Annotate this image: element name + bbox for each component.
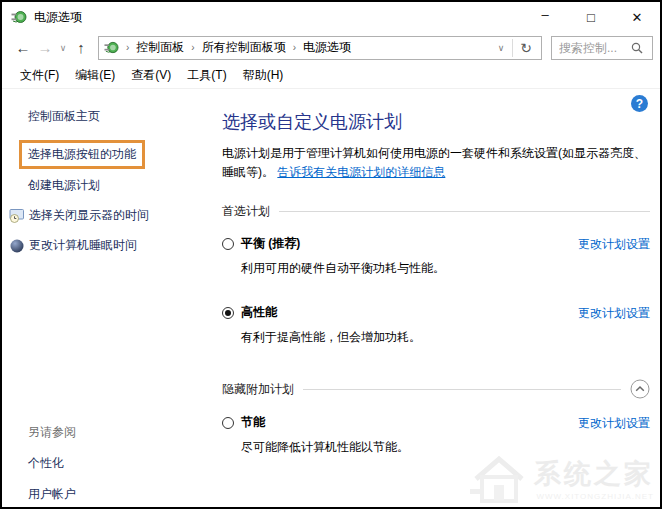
sidebar-item-choose-display-off-time[interactable]: 选择关闭显示器的时间 — [9, 207, 216, 224]
page-description: 电源计划是用于管理计算机如何使用电源的一套硬件和系统设置(如显示器亮度、睡眠等)… — [222, 144, 656, 182]
sidebar-item-change-sleep-time[interactable]: 更改计算机睡眠时间 — [9, 237, 216, 254]
maximize-button[interactable]: □ — [568, 2, 614, 32]
plan-description: 尽可能降低计算机性能以节能。 — [241, 439, 578, 456]
change-plan-settings-link[interactable]: 更改计划设置 — [578, 415, 650, 432]
address-bar[interactable]: › 控制面板 › 所有控制面板项 › 电源选项 ∨ ↻ — [98, 36, 542, 60]
section-title: 首选计划 — [222, 203, 270, 220]
breadcrumb-control-panel[interactable]: 控制面板 — [136, 39, 184, 56]
refresh-icon[interactable]: ↻ — [513, 40, 539, 56]
sidebar-item-label: 选择关闭显示器的时间 — [29, 207, 149, 224]
page-title: 选择或自定义电源计划 — [222, 110, 650, 134]
section-preferred-plans: 首选计划 — [222, 203, 650, 220]
sidebar: 控制面板主页 选择电源按钮的功能 创建电源计划 选择关闭显示器的时间 — [4, 91, 216, 505]
sidebar-item-label: 更改计算机睡眠时间 — [29, 237, 137, 254]
sidebar-item-create-power-plan[interactable]: 创建电源计划 — [28, 177, 216, 194]
content-area: 控制面板主页 选择电源按钮的功能 创建电源计划 选择关闭显示器的时间 — [4, 91, 658, 505]
breadcrumb-separator: › — [286, 42, 303, 53]
back-icon[interactable]: ← — [12, 39, 34, 56]
radio-balanced[interactable] — [222, 238, 234, 250]
help-icon[interactable]: ? — [631, 95, 648, 112]
plan-description: 利用可用的硬件自动平衡功耗与性能。 — [241, 260, 578, 277]
house-logo-icon — [468, 449, 530, 505]
plan-row-power-saver: 节能 尽可能降低计算机性能以节能。 更改计划设置 — [222, 414, 650, 456]
divider — [303, 389, 621, 390]
forward-icon[interactable]: → — [34, 39, 56, 56]
search-icon[interactable] — [630, 41, 644, 55]
menu-view[interactable]: 查看(V) — [123, 63, 179, 88]
menu-file[interactable]: 文件(F) — [12, 63, 67, 88]
sleep-moon-icon — [9, 238, 25, 254]
title-bar: 电源选项 – □ ✕ — [2, 2, 660, 32]
breadcrumb-separator: › — [184, 42, 201, 53]
power-plug-icon — [104, 40, 119, 55]
power-plan-info-link[interactable]: 告诉我有关电源计划的详细信息 — [277, 165, 445, 179]
plan-name: 节能 — [241, 414, 265, 431]
change-plan-settings-link[interactable]: 更改计划设置 — [578, 305, 650, 322]
plan-row-balanced: 平衡 (推荐) 利用可用的硬件自动平衡功耗与性能。 更改计划设置 — [222, 235, 650, 277]
history-chevron-icon[interactable]: ∨ — [56, 43, 70, 53]
breadcrumb-separator: › — [119, 42, 136, 53]
plan-name: 高性能 — [241, 304, 277, 321]
watermark-text: 系统之家 — [534, 456, 654, 492]
plan-row-high-performance: 高性能 有利于提高性能，但会增加功耗。 更改计划设置 — [222, 304, 650, 346]
minimize-button[interactable]: – — [522, 2, 568, 32]
menu-tools[interactable]: 工具(T) — [179, 63, 234, 88]
watermark: 系统之家 WWW.XITONGZHIJIA.NET — [468, 449, 654, 505]
sidebar-item-control-panel-home[interactable]: 控制面板主页 — [28, 108, 216, 125]
sidebar-item-personalization[interactable]: 个性化 — [28, 455, 76, 472]
search-box — [551, 36, 653, 60]
power-plug-icon — [11, 9, 27, 25]
display-clock-icon — [9, 208, 25, 224]
radio-high-performance[interactable] — [222, 307, 234, 319]
change-plan-settings-link[interactable]: 更改计划设置 — [578, 236, 650, 253]
breadcrumb-power-options[interactable]: 电源选项 — [303, 39, 351, 56]
menu-bar: 文件(F) 编辑(E) 查看(V) 工具(T) 帮助(H) — [2, 63, 660, 89]
navigation-bar: ← → ∨ ↑ › 控制面板 › 所有控制面板项 › 电源选项 ∨ ↻ — [2, 32, 660, 63]
menu-edit[interactable]: 编辑(E) — [67, 63, 123, 88]
menu-help[interactable]: 帮助(H) — [235, 63, 292, 88]
power-options-window: 电源选项 – □ ✕ ← → ∨ ↑ › 控制面板 › 所有控制面板项 › 电源… — [0, 0, 662, 509]
collapse-chevron-icon[interactable] — [630, 379, 650, 399]
plan-description: 有利于提高性能，但会增加功耗。 — [241, 329, 578, 346]
address-dropdown-icon[interactable]: ∨ — [490, 43, 513, 53]
radio-power-saver[interactable] — [222, 417, 234, 429]
divider — [279, 211, 650, 212]
main-panel: ? 选择或自定义电源计划 电源计划是用于管理计算机如何使用电源的一套硬件和系统设… — [222, 91, 650, 456]
breadcrumb-all-items[interactable]: 所有控制面板项 — [202, 39, 286, 56]
section-title: 隐藏附加计划 — [222, 381, 294, 398]
sidebar-item-user-accounts[interactable]: 用户帐户 — [28, 486, 76, 503]
close-button[interactable]: ✕ — [614, 2, 660, 32]
window-controls: – □ ✕ — [522, 2, 660, 32]
see-also-header: 另请参阅 — [28, 424, 76, 441]
search-input[interactable] — [552, 41, 628, 55]
see-also-section: 另请参阅 个性化 用户帐户 — [28, 424, 76, 509]
watermark-subtext: WWW.XITONGZHIJIA.NET — [536, 492, 654, 501]
window-title: 电源选项 — [34, 9, 522, 26]
section-hidden-plans: 隐藏附加计划 — [222, 379, 650, 399]
plan-name: 平衡 (推荐) — [241, 235, 300, 252]
sidebar-item-choose-power-buttons[interactable]: 选择电源按钮的功能 — [19, 140, 145, 169]
up-icon[interactable]: ↑ — [70, 39, 92, 56]
